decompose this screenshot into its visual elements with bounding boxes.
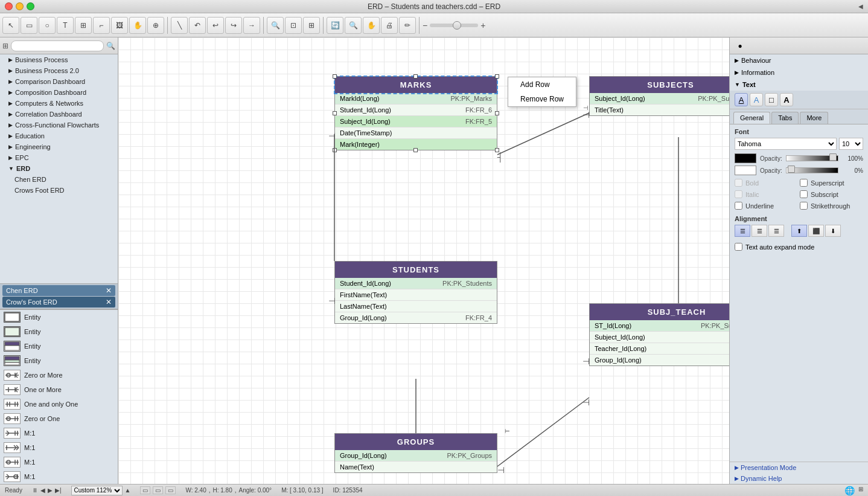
line-tool[interactable]: ╲	[171, 17, 188, 34]
marks-table[interactable]: MARKS MarkId(Long) PK:PK_Marks Student_I…	[334, 76, 497, 150]
subjects-table[interactable]: SUBJECTS Subject_Id(Long) PK:PK_Subjects…	[589, 76, 729, 116]
nav-end-icon[interactable]: ▶|	[55, 487, 62, 494]
cb-italic[interactable]: Italic	[735, 190, 798, 198]
students-row-groupid[interactable]: Group_Id(Long) FK:FR_4	[335, 312, 497, 323]
ellipse-tool[interactable]: ○	[39, 17, 56, 34]
undo-tool[interactable]: ↩	[207, 17, 224, 34]
subjteach-row-groupid[interactable]: Group_Id(Long) FK:FR_1	[590, 355, 729, 366]
groups-table[interactable]: GROUPS Group_Id(Long) PK:PK_Groups Name(…	[334, 433, 497, 473]
print[interactable]: 🖨	[381, 17, 398, 34]
shape-m1-b[interactable]: M:1	[0, 440, 118, 455]
text-font-icon[interactable]: A	[780, 93, 793, 106]
shape-m1-c[interactable]: M:1	[0, 455, 118, 469]
sidebar-item-composition[interactable]: ▶ Composition Dashboard	[0, 87, 118, 98]
connector-tool[interactable]: ⌐	[93, 17, 110, 34]
pen[interactable]: ✏	[399, 17, 416, 34]
shape-entity-2[interactable]: Entity	[0, 324, 118, 339]
shape-m1-d[interactable]: M:1	[0, 469, 118, 484]
handle-tm[interactable]	[413, 74, 418, 79]
sidebar-item-chen-erd[interactable]: Chen ERD	[0, 174, 118, 185]
nav-prev-icon[interactable]: ◀	[40, 487, 45, 494]
sidebar-item-epc[interactable]: ▶ EPC	[0, 152, 118, 163]
rect-tool[interactable]: ▭	[21, 17, 37, 34]
page-btn-3[interactable]: ▭	[165, 486, 176, 494]
handle-tr[interactable]	[495, 74, 499, 79]
subj-teach-table[interactable]: SUBJ_TEACH ST_Id(Long) PK:PK_Subj_Teach …	[589, 303, 729, 366]
sidebar-item-cross-functional[interactable]: ▶ Cross-Functional Flowcharts	[0, 120, 118, 130]
maximize-button[interactable]	[27, 2, 34, 10]
search-icon[interactable]: 🔍	[106, 42, 115, 50]
shape-m1-a[interactable]: M:1	[0, 426, 118, 440]
cb-subscript-input[interactable]	[800, 190, 808, 198]
fit-page[interactable]: ⊡	[285, 17, 302, 34]
hand-tool[interactable]: ✋	[129, 17, 146, 34]
cb-bold-input[interactable]	[735, 179, 742, 187]
handle-mr[interactable]	[495, 111, 499, 115]
subjteach-row-subjectid[interactable]: Subject_Id(Long) FK:FR_3	[590, 332, 729, 343]
subjects-row-title[interactable]: Title(Text)	[590, 105, 729, 115]
cb-bold[interactable]: Bold	[735, 179, 798, 187]
rp-section-text[interactable]: ▼ Text	[730, 79, 868, 91]
font-select[interactable]: Tahoma	[735, 138, 837, 150]
arrow-tool[interactable]: →	[243, 17, 260, 34]
cb-strikethrough-input[interactable]	[800, 202, 808, 210]
color-swatch-1[interactable]	[735, 153, 756, 163]
marks-row-studentid[interactable]: Student_Id(Long) FK:FR_6	[335, 105, 497, 116]
zoom-out-icon[interactable]: −	[423, 21, 427, 30]
align-center-btn[interactable]: ☰	[752, 225, 767, 237]
text-underline-icon[interactable]: A	[735, 93, 748, 106]
zoom-fit[interactable]: ⊞	[303, 17, 320, 34]
redo-tool[interactable]: ↪	[225, 17, 242, 34]
cb-underline[interactable]: Underline	[735, 202, 798, 210]
sidebar-item-education[interactable]: ▶ Education	[0, 130, 118, 141]
tab-chen-erd[interactable]: Chen ERD ✕	[2, 285, 115, 296]
shape-zero-more[interactable]: Zero or More	[0, 368, 118, 382]
nav-pause-icon[interactable]: ⏸	[32, 487, 38, 494]
rp-tab-more[interactable]: More	[800, 112, 828, 124]
groups-row-groupid[interactable]: Group_Id(Long) PK:PK_Groups	[335, 450, 497, 462]
search-canvas[interactable]: 🔍	[267, 17, 284, 34]
collapse-button[interactable]: ◀	[858, 3, 863, 10]
rp-link-dynamic-help[interactable]: ▶ Dynamic Help	[730, 473, 868, 484]
opacity-thumb-2[interactable]	[788, 166, 795, 173]
sidebar-item-computers[interactable]: ▶ Computers & Networks	[0, 98, 118, 109]
cb-superscript[interactable]: Superscript	[800, 179, 863, 187]
ctx-remove-row[interactable]: Remove Row	[508, 92, 576, 106]
marks-row-subjectid[interactable]: Subject_Id(Long) FK:FR_5	[335, 116, 497, 127]
image-tool[interactable]: 🖼	[111, 17, 128, 34]
color-swatch-2[interactable]	[735, 166, 756, 175]
canvas-area[interactable]: ⊣ ⊢ MARKS MarkId(Long) PK:PK_Marks Stude…	[118, 37, 729, 484]
sidebar-item-business-process-2[interactable]: ▶ Business Process 2.0	[0, 65, 118, 76]
zoom-thumb[interactable]	[453, 21, 461, 30]
students-row-studentid[interactable]: Student_Id(Long) PK:PK_Students	[335, 278, 497, 289]
search-input[interactable]	[11, 40, 104, 51]
marks-row-date[interactable]: Date(TimeStamp)	[335, 127, 497, 139]
handle-bm[interactable]	[413, 148, 418, 152]
handle-bl[interactable]	[333, 148, 337, 152]
zoom-in[interactable]: 🔍	[345, 17, 362, 34]
cb-underline-input[interactable]	[735, 202, 742, 210]
opacity-thumb-1[interactable]	[829, 153, 837, 161]
align-bottom-btn[interactable]: ⬇	[825, 225, 841, 237]
page-btn-1[interactable]: ▭	[140, 486, 150, 494]
shape-one-more[interactable]: One or More	[0, 382, 118, 397]
zoom-select[interactable]: Custom 112%	[71, 486, 123, 495]
sidebar-item-business-process[interactable]: ▶ Business Process	[0, 54, 118, 65]
rp-section-behaviour[interactable]: ▶ Behaviour	[730, 54, 868, 66]
refresh[interactable]: 🔄	[327, 17, 343, 34]
handle-br[interactable]	[495, 148, 499, 152]
font-size-select[interactable]: 10	[839, 138, 863, 150]
shape-entity-4[interactable]: Entity	[0, 353, 118, 368]
subjects-row-subjectid[interactable]: Subject_Id(Long) PK:PK_Subjects	[590, 93, 729, 105]
shape-entity-1[interactable]: Entity	[0, 310, 118, 324]
sidebar-item-engineering[interactable]: ▶ Engineering	[0, 141, 118, 152]
rp-section-information[interactable]: ▶ Information	[730, 66, 868, 79]
students-table[interactable]: STUDENTS Student_Id(Long) PK:PK_Students…	[334, 261, 497, 324]
opacity-bar-2[interactable]	[786, 167, 838, 173]
students-row-lastname[interactable]: LastName(Text)	[335, 301, 497, 312]
close-button[interactable]	[5, 2, 13, 10]
align-middle-btn[interactable]: ⬛	[808, 225, 824, 237]
curve-tool[interactable]: ↶	[189, 17, 206, 34]
students-row-firstname[interactable]: FirstName(Text)	[335, 289, 497, 301]
zoom-track[interactable]	[430, 24, 478, 27]
